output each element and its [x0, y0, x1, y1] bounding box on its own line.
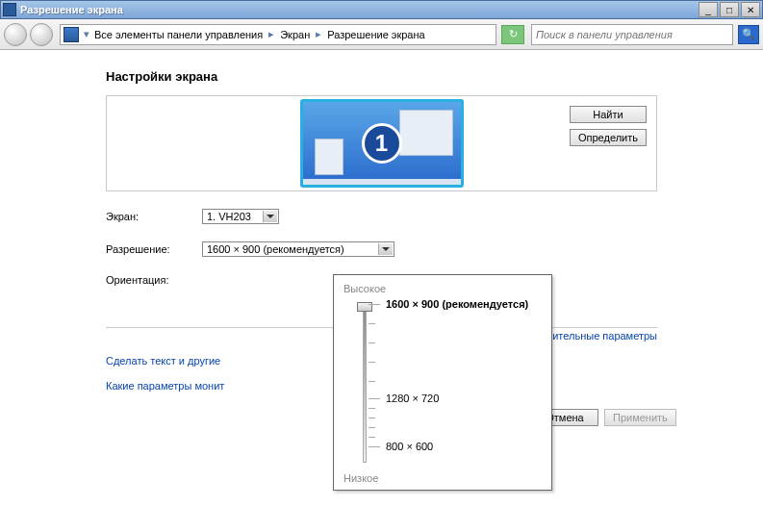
- slider-tick-label: 1280 × 720: [386, 393, 439, 404]
- slider-bottom-label: Низкое: [343, 472, 378, 484]
- resolution-dropdown[interactable]: 1600 × 900 (рекомендуется): [202, 241, 394, 257]
- dropdown-arrow-icon: [378, 243, 393, 255]
- back-button[interactable]: [4, 23, 27, 46]
- resolution-slider-popup: Высокое 1600 × 900 (рекомендуется)1280 ×…: [333, 274, 552, 491]
- search-input[interactable]: [532, 29, 732, 40]
- search-button[interactable]: 🔍: [738, 25, 759, 44]
- control-panel-icon: [64, 27, 79, 42]
- resolution-value: 1600 × 900 (рекомендуется): [207, 243, 344, 255]
- breadcrumb-seg3[interactable]: Разрешение экрана: [327, 29, 424, 40]
- toolbar: ▾ Все элементы панели управления ▸ Экран…: [0, 19, 763, 50]
- slider-minor-tick: [369, 323, 375, 324]
- resolution-slider[interactable]: 1600 × 900 (рекомендуется)1280 × 720800 …: [357, 304, 542, 463]
- slider-minor-tick: [369, 418, 375, 418]
- dialog-buttons: Отмена Применить: [531, 409, 676, 426]
- dropdown-arrow-icon: [263, 211, 277, 222]
- slider-track: [363, 304, 367, 463]
- screen-label: Экран:: [106, 211, 202, 222]
- app-icon: [3, 3, 16, 16]
- slider-minor-tick: [369, 437, 375, 438]
- slider-tick: [369, 398, 380, 399]
- slider-minor-tick: [369, 342, 375, 343]
- address-bar[interactable]: ▾ Все элементы панели управления ▸ Экран…: [60, 24, 496, 45]
- search-box[interactable]: [531, 24, 733, 45]
- slider-tick: [369, 446, 380, 447]
- screen-dropdown[interactable]: 1. VH203: [202, 209, 279, 224]
- breadcrumb-seg2[interactable]: Экран: [280, 29, 310, 40]
- resolution-row: Разрешение: 1600 × 900 (рекомендуется): [106, 241, 763, 257]
- preview-window-icon: [315, 139, 343, 175]
- maximize-button[interactable]: □: [720, 2, 739, 17]
- screen-row: Экран: 1. VH203: [106, 209, 763, 224]
- monitor-params-link[interactable]: Какие параметры монит: [106, 380, 224, 392]
- chevron-right-icon: ▸: [313, 28, 324, 40]
- preview-window-icon: [399, 110, 453, 156]
- monitor-thumbnail[interactable]: 1: [300, 99, 464, 188]
- window-titlebar: Разрешение экрана _ □ ✕: [0, 0, 763, 19]
- slider-minor-tick: [369, 362, 375, 363]
- slider-top-label: Высокое: [343, 283, 542, 294]
- monitor-preview-box: 1 Найти Определить: [106, 95, 657, 191]
- close-button[interactable]: ✕: [741, 2, 760, 17]
- preview-taskbar: [303, 179, 461, 185]
- resolution-label: Разрешение:: [106, 243, 202, 255]
- preview-button-group: Найти Определить: [570, 106, 647, 146]
- detect-button[interactable]: Определить: [570, 129, 647, 146]
- refresh-button[interactable]: ↻: [501, 25, 524, 44]
- forward-button[interactable]: [30, 23, 53, 46]
- screen-value: 1. VH203: [207, 211, 251, 222]
- monitor-number-badge: 1: [362, 123, 402, 164]
- slider-minor-tick: [369, 408, 375, 409]
- chevron-down-icon[interactable]: ▾: [82, 28, 91, 40]
- window-title: Разрешение экрана: [20, 4, 697, 15]
- page-title: Настройки экрана: [106, 69, 763, 84]
- orientation-label: Ориентация:: [106, 274, 202, 286]
- chevron-right-icon: ▸: [266, 28, 277, 40]
- slider-minor-tick: [369, 381, 375, 382]
- slider-tick-label: 1600 × 900 (рекомендуется): [386, 298, 528, 310]
- slider-tick: [369, 304, 380, 305]
- text-size-link[interactable]: Сделать текст и другие: [106, 355, 220, 367]
- apply-button[interactable]: Применить: [604, 409, 676, 426]
- breadcrumb-seg1[interactable]: Все элементы панели управления: [94, 29, 263, 40]
- minimize-button[interactable]: _: [699, 2, 718, 17]
- find-button[interactable]: Найти: [570, 106, 647, 123]
- slider-tick-label: 800 × 600: [386, 441, 433, 452]
- slider-minor-tick: [369, 427, 375, 428]
